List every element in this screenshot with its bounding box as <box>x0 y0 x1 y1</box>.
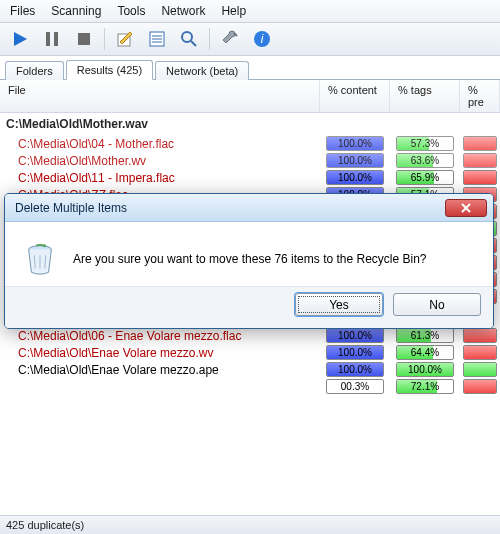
delete-dialog: Delete Multiple Items Are you sure you w… <box>4 193 494 329</box>
dialog-title: Delete Multiple Items <box>15 201 127 215</box>
dialog-message: Are you sure you want to move these 76 i… <box>73 252 427 266</box>
yes-button[interactable]: Yes <box>295 293 383 316</box>
recycle-bin-icon <box>21 240 59 278</box>
close-button[interactable] <box>445 199 487 217</box>
close-icon <box>461 203 471 213</box>
no-button[interactable]: No <box>393 293 481 316</box>
dialog-titlebar[interactable]: Delete Multiple Items <box>5 194 493 222</box>
tab-results[interactable]: Results (425) <box>66 60 153 80</box>
